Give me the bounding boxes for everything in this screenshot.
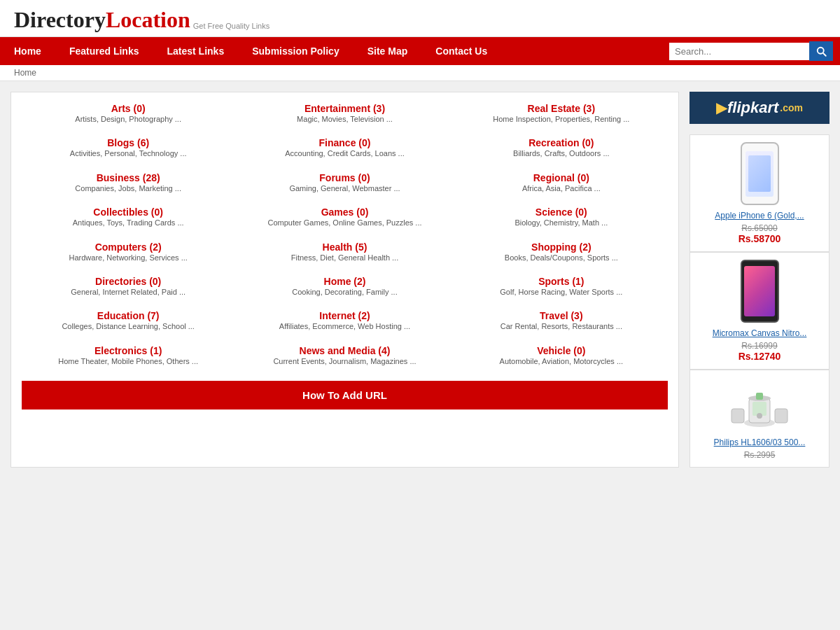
category-title[interactable]: Regional (0): [533, 172, 589, 183]
category-home: Home (2)Cooking, Decorating, Family ...: [238, 276, 451, 298]
nav-item-site-map[interactable]: Site Map: [354, 37, 422, 65]
product-name[interactable]: Philips HL1606/03 500...: [697, 438, 822, 447]
nav-item-submission-policy[interactable]: Submission Policy: [238, 37, 353, 65]
category-subcategories: Magic, Movies, Television ...: [238, 114, 451, 125]
category-subcategories: Current Events, Journalism, Magazines ..…: [238, 356, 451, 367]
category-column-2: Entertainment (3)Magic, Movies, Televisi…: [238, 103, 451, 367]
search-input[interactable]: [669, 43, 809, 60]
category-internet: Internet (2)Affiliates, Ecommerce, Web H…: [238, 310, 451, 332]
category-title[interactable]: News and Media (4): [300, 345, 391, 356]
category-subcategories: Africa, Asia, Pacifica ...: [455, 183, 668, 194]
category-title[interactable]: Directories (0): [95, 276, 161, 287]
category-science: Science (0)Biology, Chemistry, Math ...: [455, 206, 668, 228]
category-title[interactable]: Forums (0): [319, 172, 370, 183]
sidebar: ▶ flipkart.com Apple iPhone 6 (Gold,... …: [690, 92, 830, 468]
category-travel: Travel (3)Car Rental, Resorts, Restauran…: [455, 310, 668, 332]
category-sports: Sports (1)Golf, Horse Racing, Water Spor…: [455, 276, 668, 298]
category-title[interactable]: Travel (3): [540, 310, 583, 321]
category-arts: Arts (0)Artists, Design, Photography ...: [22, 103, 234, 125]
category-forums: Forums (0)Gaming, General, Webmaster ...: [238, 172, 451, 194]
flipkart-logo-text: flipkart: [727, 99, 778, 117]
category-subcategories: Home Theater, Mobile Phones, Others ...: [22, 356, 234, 367]
category-title[interactable]: Internet (2): [319, 310, 370, 321]
category-title[interactable]: Sports (1): [538, 276, 584, 287]
category-subcategories: Automobile, Aviation, Motorcycles ...: [455, 356, 668, 367]
navbar: HomeFeatured LinksLatest LinksSubmission…: [0, 37, 840, 65]
category-title[interactable]: Arts (0): [111, 103, 146, 114]
svg-rect-5: [775, 409, 788, 423]
category-column-1: Arts (0)Artists, Design, Photography ...…: [22, 103, 234, 367]
add-url-button[interactable]: How To Add URL: [22, 381, 668, 410]
category-column-3: Real Estate (3)Home Inspection, Properti…: [455, 103, 668, 367]
category-subcategories: Computer Games, Online Games, Puzzles ..…: [238, 218, 451, 228]
category-title[interactable]: Business (28): [97, 172, 160, 183]
product-old-price: Rs.16999: [697, 341, 822, 351]
logo-tagline: Get Free Quality Links: [193, 22, 270, 33]
category-subcategories: Biology, Chemistry, Math ...: [455, 218, 668, 228]
category-education: Education (7)Colleges, Distance Learning…: [22, 310, 234, 332]
category-computers: Computers (2)Hardware, Networking, Servi…: [22, 241, 234, 263]
nav-item-featured-links[interactable]: Featured Links: [55, 37, 153, 65]
category-blogs: Blogs (6)Activities, Personal, Technolog…: [22, 137, 234, 159]
product-old-price: Rs.65000: [697, 223, 822, 233]
search-container: [662, 37, 840, 65]
search-button[interactable]: [809, 41, 833, 61]
svg-rect-4: [732, 409, 744, 423]
flipkart-ad: ▶ flipkart.com: [690, 92, 830, 124]
category-title[interactable]: Health (5): [323, 241, 368, 253]
search-icon: [815, 45, 827, 57]
category-entertainment: Entertainment (3)Magic, Movies, Televisi…: [238, 103, 451, 125]
logo-directory: Directory: [14, 7, 106, 33]
category-title[interactable]: Science (0): [536, 206, 587, 218]
product-image: [697, 260, 822, 323]
category-title[interactable]: Collectibles (0): [93, 206, 163, 218]
category-title[interactable]: Real Estate (3): [528, 103, 596, 114]
category-news-and-media: News and Media (4)Current Events, Journa…: [238, 345, 451, 367]
category-real-estate: Real Estate (3)Home Inspection, Properti…: [455, 103, 668, 125]
category-title[interactable]: Home (2): [324, 276, 366, 287]
category-title[interactable]: Education (7): [97, 310, 160, 321]
category-subcategories: Car Rental, Resorts, Restaurants ...: [455, 321, 668, 332]
header: DirectoryLocation Get Free Quality Links: [0, 0, 840, 37]
nav-item-contact-us[interactable]: Contact Us: [421, 37, 501, 65]
category-subcategories: Golf, Horse Racing, Water Sports ...: [455, 287, 668, 298]
svg-rect-7: [756, 393, 763, 400]
flipkart-dot: .com: [780, 102, 803, 113]
product-image: [697, 377, 822, 432]
product-name[interactable]: Apple iPhone 6 (Gold,...: [697, 211, 822, 220]
main-content: Arts (0)Artists, Design, Photography ...…: [0, 81, 840, 478]
category-title[interactable]: Shopping (2): [531, 241, 592, 253]
category-electronics: Electronics (1)Home Theater, Mobile Phon…: [22, 345, 234, 367]
nav-item-home[interactable]: Home: [0, 37, 55, 65]
category-title[interactable]: Computers (2): [95, 241, 162, 253]
category-shopping: Shopping (2)Books, Deals/Coupons, Sports…: [455, 241, 668, 263]
mixer-image: [728, 377, 791, 430]
category-recreation: Recreation (0)Billiards, Crafts, Outdoor…: [455, 137, 668, 159]
category-title[interactable]: Entertainment (3): [304, 103, 385, 114]
nav-item-latest-links[interactable]: Latest Links: [153, 37, 239, 65]
category-subcategories: Companies, Jobs, Marketing ...: [22, 183, 234, 194]
category-subcategories: Cooking, Decorating, Family ...: [238, 287, 451, 298]
category-title[interactable]: Recreation (0): [528, 137, 594, 148]
category-health: Health (5)Fitness, Diet, General Health …: [238, 241, 451, 263]
category-games: Games (0)Computer Games, Online Games, P…: [238, 206, 451, 228]
category-title[interactable]: Games (0): [321, 206, 369, 218]
category-title[interactable]: Vehicle (0): [537, 345, 585, 356]
category-collectibles: Collectibles (0)Antiques, Toys, Trading …: [22, 206, 234, 228]
category-title[interactable]: Electronics (1): [94, 345, 162, 356]
category-title[interactable]: Blogs (6): [107, 137, 149, 148]
category-title[interactable]: Finance (0): [319, 137, 371, 148]
product-card-0: Apple iPhone 6 (Gold,... Rs.65000 Rs.587…: [690, 134, 830, 252]
category-finance: Finance (0)Accounting, Credit Cards, Loa…: [238, 137, 451, 159]
breadcrumb: Home: [0, 65, 840, 81]
category-subcategories: Books, Deals/Coupons, Sports ...: [455, 253, 668, 263]
category-subcategories: Antiques, Toys, Trading Cards ...: [22, 218, 234, 228]
category-subcategories: Gaming, General, Webmaster ...: [238, 183, 451, 194]
svg-point-3: [757, 413, 762, 419]
category-subcategories: Activities, Personal, Technology ...: [22, 148, 234, 159]
product-name[interactable]: Micromax Canvas Nitro...: [697, 328, 822, 338]
category-subcategories: Accounting, Credit Cards, Loans ...: [238, 148, 451, 159]
product-card-2: Philips HL1606/03 500... Rs.2995: [690, 370, 830, 468]
category-business: Business (28)Companies, Jobs, Marketing …: [22, 172, 234, 194]
category-regional: Regional (0)Africa, Asia, Pacifica ...: [455, 172, 668, 194]
